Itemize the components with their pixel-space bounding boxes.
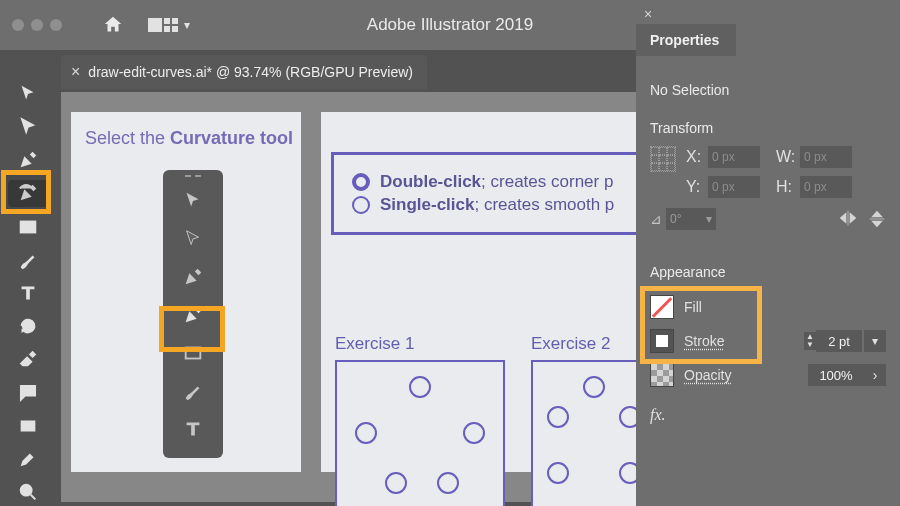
tools-panel [0, 50, 56, 506]
flip-horizontal-icon[interactable] [838, 209, 858, 229]
svg-rect-0 [21, 221, 36, 232]
svg-rect-6 [186, 348, 201, 359]
stroke-weight-dropdown[interactable]: ▾ [864, 330, 886, 352]
rotate-angle-input[interactable]: 0°▾ [666, 208, 716, 230]
x-label: X: [686, 148, 702, 166]
fill-label[interactable]: Fill [684, 299, 702, 315]
zoom-tool[interactable] [8, 479, 48, 506]
y-input[interactable]: 0 px [708, 176, 760, 198]
pen-tool[interactable] [8, 146, 48, 173]
document-tab[interactable]: × draw-edit-curves.ai* @ 93.74% (RGB/GPU… [61, 55, 427, 89]
instruction-1: Double-click; creates corner p [380, 172, 613, 192]
close-tab-icon[interactable]: × [71, 63, 80, 81]
selection-tool[interactable] [8, 80, 48, 107]
flip-vertical-icon[interactable] [868, 209, 886, 229]
tutorial-heading-strong: Curvature tool [170, 128, 293, 148]
svg-point-2 [27, 389, 29, 391]
exercise-2-label: Exercise 2 [531, 334, 610, 354]
opacity-label[interactable]: Opacity [684, 367, 731, 383]
exercise-2-box [531, 360, 651, 506]
exercise-1-label: Exercise 1 [335, 334, 414, 354]
y-label: Y: [686, 178, 702, 196]
fx-button[interactable]: fx. [650, 406, 886, 424]
chevron-down-icon: ▾ [184, 18, 190, 32]
gradient-tool[interactable] [8, 412, 48, 439]
opacity-expand-icon[interactable]: › [864, 364, 886, 386]
instruction-2: Single-click; creates smooth p [380, 195, 614, 215]
instruction-box: Double-click; creates corner p Single-cl… [331, 152, 641, 235]
curvature-tool[interactable] [8, 180, 48, 207]
close-window-icon[interactable] [12, 19, 24, 31]
h-label: H: [776, 178, 794, 196]
eyedropper-tool[interactable] [8, 446, 48, 473]
svg-point-5 [21, 485, 32, 496]
tutorial-rectangle-icon [163, 334, 223, 372]
stroke-weight-input[interactable]: 2 pt [816, 330, 862, 352]
arrange-documents-button[interactable]: ▾ [144, 16, 194, 34]
comment-tool[interactable] [8, 379, 48, 406]
rectangle-tool[interactable] [8, 213, 48, 240]
single-window-icon [148, 18, 162, 32]
direct-selection-tool[interactable] [8, 113, 48, 140]
properties-panel: × Properties No Selection Transform X: 0… [636, 0, 900, 506]
opacity-swatch[interactable] [650, 363, 674, 387]
transform-heading: Transform [650, 120, 886, 136]
close-panel-icon[interactable]: × [644, 6, 652, 22]
corner-point-icon [352, 173, 370, 191]
svg-rect-8 [870, 218, 885, 220]
tutorial-curvature-icon [163, 296, 223, 334]
svg-point-3 [30, 389, 32, 391]
properties-tab[interactable]: Properties [636, 24, 736, 56]
w-label: W: [776, 148, 794, 166]
tutorial-direct-selection-icon [163, 220, 223, 258]
document-tab-label: draw-edit-curves.ai* @ 93.74% (RGB/GPU P… [88, 64, 413, 80]
tutorial-heading-prefix: Select the [85, 128, 170, 148]
tutorial-brush-icon [163, 372, 223, 410]
tutorial-toolbar-graphic [163, 170, 223, 458]
tutorial-pen-icon [163, 258, 223, 296]
stroke-weight-stepper[interactable]: ▲▼ [804, 332, 816, 350]
svg-point-1 [24, 389, 26, 391]
x-input[interactable]: 0 px [708, 146, 760, 168]
stroke-label[interactable]: Stroke [684, 333, 724, 349]
app-title: Adobe Illustrator 2019 [367, 15, 533, 35]
selection-status: No Selection [650, 82, 886, 98]
fill-swatch[interactable] [650, 295, 674, 319]
smooth-point-icon [352, 196, 370, 214]
opacity-input[interactable]: 100% [808, 364, 864, 386]
grid-window-icon [164, 18, 178, 32]
stroke-swatch[interactable] [650, 329, 674, 353]
reference-point-selector[interactable] [650, 146, 676, 172]
rotate-tool[interactable] [8, 313, 48, 340]
h-input[interactable]: 0 px [800, 176, 852, 198]
home-button[interactable] [102, 14, 124, 36]
tutorial-card-right: Double-click; creates corner p Single-cl… [321, 112, 641, 472]
canvas[interactable]: Select the Curvature tool Double-click; … [61, 92, 636, 502]
tutorial-heading: Select the Curvature tool [71, 112, 301, 149]
tutorial-type-icon [163, 410, 223, 448]
window-controls[interactable] [12, 19, 62, 31]
eraser-tool[interactable] [8, 346, 48, 373]
zoom-window-icon[interactable] [50, 19, 62, 31]
angle-icon: ⊿ [650, 211, 662, 227]
type-tool[interactable] [8, 279, 48, 306]
minimize-window-icon[interactable] [31, 19, 43, 31]
svg-rect-4 [21, 420, 36, 431]
w-input[interactable]: 0 px [800, 146, 852, 168]
svg-rect-7 [847, 211, 849, 226]
paintbrush-tool[interactable] [8, 246, 48, 273]
exercise-1-box [335, 360, 505, 506]
tutorial-card-left: Select the Curvature tool [71, 112, 301, 472]
tutorial-selection-icon [163, 182, 223, 220]
appearance-heading: Appearance [650, 264, 886, 280]
